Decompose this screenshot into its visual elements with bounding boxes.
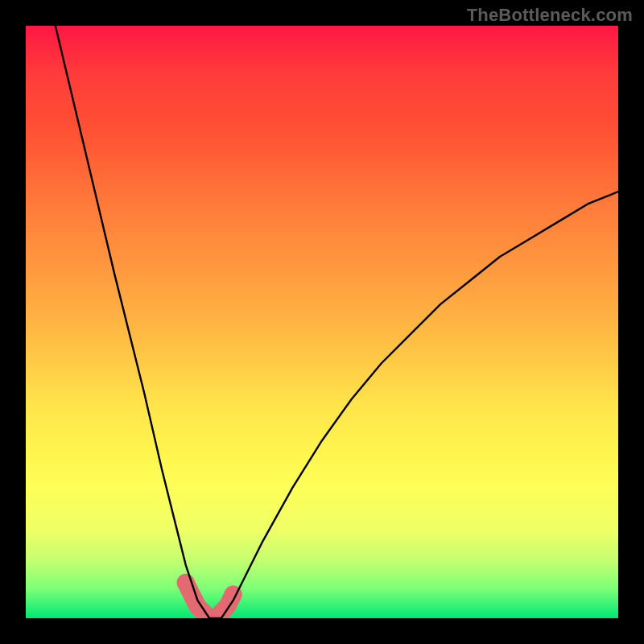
- watermark-text: TheBottleneck.com: [467, 5, 633, 26]
- chart-svg: [26, 26, 618, 618]
- bottom-band: [177, 574, 242, 618]
- plot-area: [26, 26, 618, 618]
- bottleneck-curve: [56, 26, 618, 618]
- chart-frame: TheBottleneck.com: [0, 0, 644, 644]
